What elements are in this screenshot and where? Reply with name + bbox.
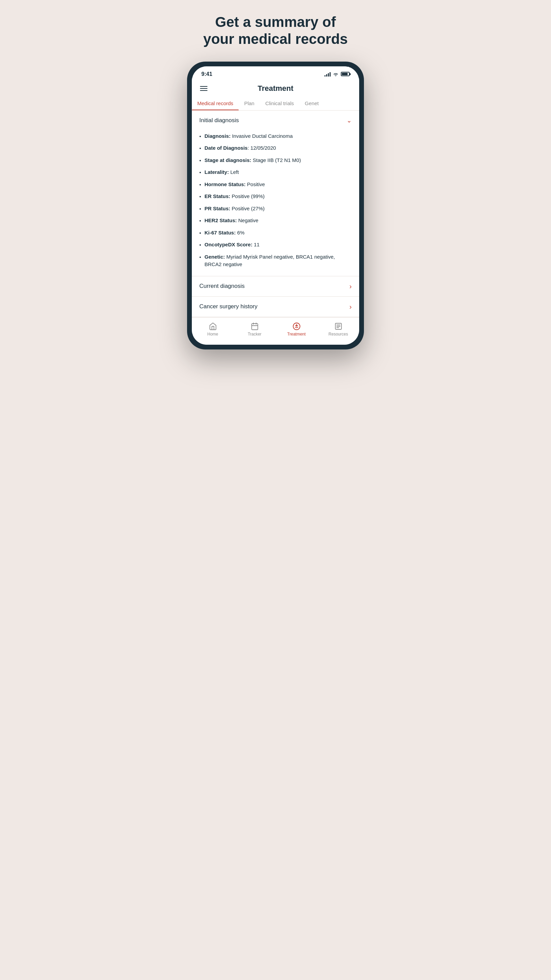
item-text: HER2 Status: Negative (205, 217, 352, 224)
cancer-surgery-history-section: Cancer surgery history › (192, 297, 359, 317)
item-text: PR Status: Positive (27%) (205, 205, 352, 213)
bullet: • (199, 133, 201, 140)
bullet: • (199, 169, 201, 177)
item-text: OncotypeDX Score: 11 (205, 241, 352, 249)
app-title: Treatment (257, 84, 293, 93)
current-diagnosis-title: Current diagnosis (199, 283, 245, 290)
item-text: Diagnosis: Invasive Ductal Carcinoma (205, 132, 352, 140)
bullet: • (199, 205, 201, 213)
nav-item-resources[interactable]: Resources (318, 321, 359, 338)
resources-icon (334, 322, 343, 331)
nav-item-treatment[interactable]: Treatment (275, 321, 318, 338)
item-text: Hormone Status: Positive (205, 181, 352, 189)
list-item: • Genetic: Myriad Myrisk Panel negative,… (199, 251, 352, 270)
nav-label-treatment: Treatment (287, 332, 305, 337)
list-item: • OncotypeDX Score: 11 (199, 239, 352, 251)
phone-screen: 9:41 (192, 66, 359, 345)
wifi-icon (333, 72, 339, 76)
list-item: • Laterality: Left (199, 166, 352, 179)
tracker-icon (251, 322, 259, 331)
bullet: • (199, 193, 201, 201)
app-header: Treatment (192, 80, 359, 96)
item-text: Ki-67 Status: 6% (205, 229, 352, 237)
item-text: Genetic: Myriad Myrisk Panel negative, B… (205, 253, 352, 269)
list-item: • ER Status: Positive (99%) (199, 191, 352, 203)
bullet: • (199, 241, 201, 249)
list-item: • Stage at diagnosis: Stage IIB (T2 N1 M… (199, 154, 352, 167)
status-time: 9:41 (202, 71, 212, 77)
signal-icon (324, 72, 330, 76)
item-text: Date of Diagnosis: 12/05/2020 (205, 144, 352, 152)
list-item: • Diagnosis: Invasive Ductal Carcinoma (199, 130, 352, 143)
cancer-surgery-history-title: Cancer surgery history (199, 303, 257, 310)
chevron-right-icon: › (349, 282, 352, 290)
list-item: • Hormone Status: Positive (199, 179, 352, 191)
initial-diagnosis-title: Initial diagnosis (199, 117, 239, 124)
initial-diagnosis-section: Initial diagnosis ⌄ • Diagnosis: Invasiv… (192, 111, 359, 276)
chevron-right-icon-2: › (349, 303, 352, 311)
bullet: • (199, 253, 201, 261)
initial-diagnosis-header[interactable]: Initial diagnosis ⌄ (192, 111, 359, 130)
bullet: • (199, 181, 201, 189)
bullet: • (199, 217, 201, 225)
bullet: • (199, 229, 201, 237)
content-area: Initial diagnosis ⌄ • Diagnosis: Invasiv… (192, 111, 359, 317)
chevron-down-icon: ⌄ (346, 117, 352, 124)
list-item: • Ki-67 Status: 6% (199, 227, 352, 239)
bottom-nav: Home Tracker Treatment (192, 317, 359, 345)
item-text: Stage at diagnosis: Stage IIB (T2 N1 M0) (205, 156, 352, 164)
nav-item-tracker[interactable]: Tracker (233, 321, 275, 338)
nav-label-home: Home (207, 332, 218, 337)
nav-label-resources: Resources (329, 332, 348, 337)
svg-rect-0 (252, 324, 258, 330)
status-icons (324, 72, 349, 76)
diagnosis-list: • Diagnosis: Invasive Ductal Carcinoma •… (192, 130, 359, 276)
page-headline: Get a summary of your medical records (203, 14, 348, 48)
item-text: ER Status: Positive (99%) (205, 192, 352, 200)
current-diagnosis-header[interactable]: Current diagnosis › (192, 276, 359, 296)
list-item: • HER2 Status: Negative (199, 215, 352, 227)
phone-frame: 9:41 (187, 62, 364, 350)
status-bar: 9:41 (192, 66, 359, 80)
nav-item-home[interactable]: Home (192, 321, 233, 338)
tab-genetics[interactable]: Genet (299, 96, 324, 110)
tab-plan[interactable]: Plan (239, 96, 260, 110)
tabs-bar: Medical records Plan Clinical trials Gen… (192, 96, 359, 111)
item-text: Laterality: Left (205, 169, 352, 176)
current-diagnosis-section: Current diagnosis › (192, 276, 359, 297)
tab-medical-records[interactable]: Medical records (192, 96, 239, 110)
cancer-surgery-history-header[interactable]: Cancer surgery history › (192, 297, 359, 317)
bullet: • (199, 145, 201, 153)
bullet: • (199, 157, 201, 165)
list-item: • Date of Diagnosis: 12/05/2020 (199, 142, 352, 154)
home-icon (209, 322, 217, 331)
battery-icon (341, 72, 349, 76)
tab-clinical-trials[interactable]: Clinical trials (260, 96, 299, 110)
treatment-icon (292, 322, 301, 331)
hamburger-menu-button[interactable] (200, 86, 208, 91)
list-item: • PR Status: Positive (27%) (199, 203, 352, 215)
nav-label-tracker: Tracker (248, 332, 261, 337)
